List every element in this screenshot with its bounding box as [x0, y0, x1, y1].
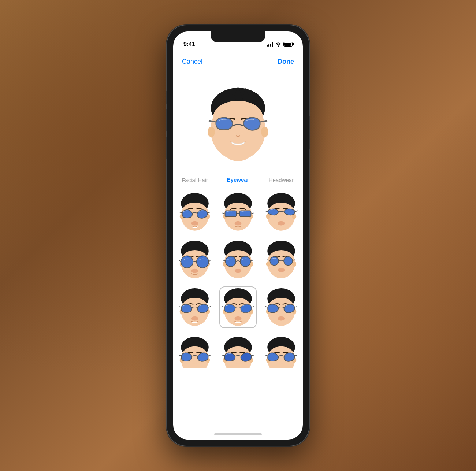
- svg-point-32: [197, 256, 209, 268]
- list-item[interactable]: [260, 283, 303, 331]
- memoji-face: [173, 188, 216, 236]
- list-item[interactable]: [260, 331, 303, 368]
- svg-point-33: [191, 269, 198, 273]
- memoji-face: [173, 283, 216, 331]
- tab-eyewear[interactable]: Eyewear: [216, 177, 260, 183]
- svg-point-60: [226, 298, 250, 315]
- memoji-face: [173, 236, 216, 283]
- svg-point-47: [270, 257, 279, 266]
- status-time: 9:41: [183, 41, 195, 48]
- avatar-preview: [173, 70, 303, 172]
- signal-bar-3: [270, 44, 271, 47]
- memoji-face: [260, 331, 303, 368]
- battery-fill: [284, 43, 291, 46]
- list-item[interactable]: [173, 331, 216, 368]
- volume-silent-button: [166, 91, 167, 104]
- memoji-face: [260, 188, 303, 236]
- list-item-selected[interactable]: [216, 283, 260, 331]
- phone-screen: 9:41: [173, 31, 303, 440]
- list-item[interactable]: [216, 188, 260, 236]
- home-indicator: [214, 433, 262, 435]
- battery-icon: [283, 42, 293, 47]
- wifi-icon: [275, 42, 281, 47]
- tab-facial-hair[interactable]: Facial Hair: [173, 177, 216, 183]
- memoji-face: [260, 236, 303, 283]
- memoji-face: [260, 283, 303, 331]
- svg-point-67: [278, 316, 285, 321]
- svg-point-3: [261, 127, 268, 137]
- svg-point-19: [235, 221, 242, 226]
- volume-down-button: [166, 137, 167, 159]
- signal-bar-2: [268, 44, 269, 47]
- list-item[interactable]: [260, 236, 303, 283]
- svg-point-25: [278, 221, 285, 226]
- svg-point-41: [235, 269, 242, 273]
- svg-point-56: [224, 296, 252, 326]
- list-item[interactable]: [216, 331, 260, 368]
- done-button[interactable]: Done: [278, 58, 294, 66]
- memoji-face: [216, 331, 260, 368]
- svg-point-40: [240, 256, 250, 267]
- memoji-face: [216, 236, 260, 283]
- list-item[interactable]: [173, 283, 216, 331]
- svg-point-59: [224, 288, 252, 309]
- svg-point-31: [181, 256, 193, 268]
- status-icons: [267, 42, 293, 47]
- power-button: [309, 116, 310, 149]
- svg-point-58: [249, 309, 253, 314]
- svg-point-55: [191, 316, 198, 321]
- phone-frame: 9:41: [167, 25, 309, 446]
- memoji-face: [216, 188, 260, 236]
- signal-bar-1: [267, 45, 268, 47]
- list-item[interactable]: [260, 188, 303, 236]
- list-item[interactable]: [173, 236, 216, 283]
- memoji-face-selected: [216, 283, 260, 331]
- category-tabs: Facial Hair Eyewear Headwear: [173, 172, 303, 188]
- nav-bar: Cancel Done: [173, 53, 303, 70]
- svg-point-11: [191, 221, 198, 226]
- phone-wrapper: 9:41: [167, 25, 309, 446]
- svg-point-48: [284, 257, 293, 266]
- svg-point-61: [235, 316, 242, 321]
- svg-point-39: [226, 256, 236, 267]
- list-item[interactable]: [216, 236, 260, 283]
- emoji-grid: [173, 188, 303, 368]
- svg-point-2: [208, 127, 215, 137]
- svg-point-49: [278, 268, 285, 272]
- svg-point-57: [223, 309, 227, 314]
- tab-headwear[interactable]: Headwear: [260, 177, 303, 183]
- volume-up-button: [166, 109, 167, 131]
- cancel-button[interactable]: Cancel: [182, 58, 202, 66]
- notch: [211, 31, 265, 42]
- main-avatar: [198, 79, 278, 163]
- signal-bar-4: [272, 42, 273, 47]
- memoji-face: [173, 331, 216, 368]
- list-item[interactable]: [173, 188, 216, 236]
- signal-bars-icon: [267, 42, 273, 47]
